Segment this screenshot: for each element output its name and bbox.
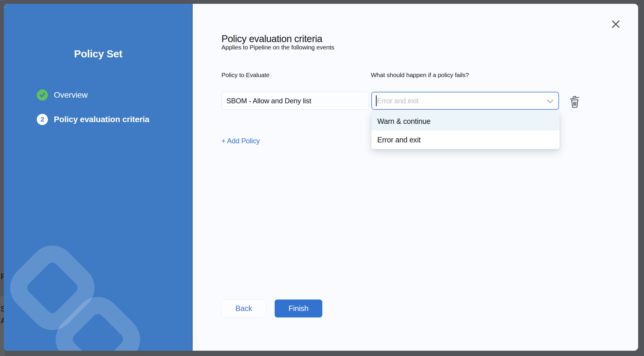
policy-set-modal: Policy Set Overview 2 Policy evaluation … [4,4,638,351]
wizard-step-overview[interactable]: Overview [37,89,88,101]
brand-watermark-logo [4,219,185,351]
back-button[interactable]: Back [221,300,266,317]
fail-action-dropdown-menu: Warn & continue Error and exit [371,112,560,149]
dropdown-option-warn-continue[interactable]: Warn & continue [371,112,560,130]
background-divider-fragment [0,0,5,1]
check-icon [39,92,46,98]
step-label: Overview [54,90,88,100]
text-cursor [376,95,377,106]
chevron-down-icon[interactable] [547,99,554,104]
add-policy-link[interactable]: + Add Policy [221,137,260,145]
policy-evaluation-panel: Policy evaluation criteria Applies to Pi… [193,4,638,351]
policy-to-evaluate-label: Policy to Evaluate [221,71,269,79]
close-button[interactable] [610,19,621,30]
page-title: Policy evaluation criteria [221,33,322,44]
trash-icon [569,95,580,108]
policy-to-evaluate-input[interactable] [221,92,369,110]
fail-action-input[interactable] [372,92,546,109]
wizard-sidebar: Policy Set Overview 2 Policy evaluation … [4,4,193,351]
fail-action-combobox[interactable] [371,92,559,110]
step-label: Policy evaluation criteria [54,115,149,124]
wizard-step-policy-evaluation-criteria[interactable]: 2 Policy evaluation criteria [37,114,149,125]
step-number: 2 [41,116,44,123]
finish-button[interactable]: Finish [275,300,322,317]
step-complete-badge [37,89,48,101]
wizard-title: Policy Set [4,48,193,60]
dropdown-option-error-exit[interactable]: Error and exit [371,130,560,149]
close-icon [611,20,620,29]
delete-policy-row-button[interactable] [568,95,581,109]
policy-fail-action-label: What should happen if a policy fails? [371,71,469,79]
page-subtitle: Applies to Pipeline on the following eve… [221,44,334,51]
step-number-badge: 2 [37,114,48,125]
